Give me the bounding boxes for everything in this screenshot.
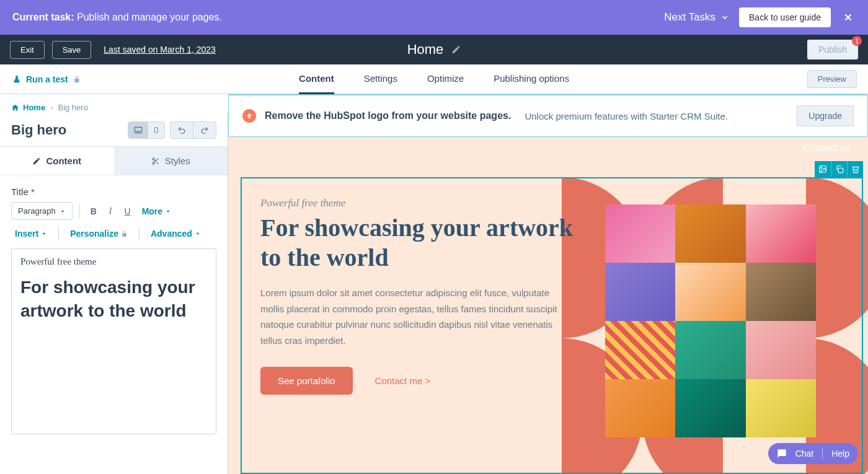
paragraph-dropdown-label: Paragraph xyxy=(18,206,56,216)
advanced-dropdown[interactable]: Advanced xyxy=(147,226,205,241)
exit-button[interactable]: Exit xyxy=(10,41,45,59)
product-cell xyxy=(605,204,675,263)
hero-heading: For showcasing your artwork to the world xyxy=(260,213,581,273)
publish-button[interactable]: Publish 1 xyxy=(807,40,858,59)
run-test-label: Run a test xyxy=(26,74,68,84)
module-tools xyxy=(815,161,863,177)
task-bar: Current task: Publish and manage your pa… xyxy=(0,0,868,35)
next-tasks-label: Next Tasks xyxy=(664,11,715,24)
chat-icon xyxy=(777,449,787,459)
editor-bar-left: Exit Save Last saved on March 1, 2023 xyxy=(10,41,216,59)
tabs-center: Content Settings Optimize Publishing opt… xyxy=(299,64,569,94)
editor-bar-center: Home xyxy=(407,42,461,58)
module-clone-icon[interactable] xyxy=(831,161,847,177)
editor-panel: Title * Paragraph B I U More Insert xyxy=(0,175,228,445)
pencil-icon xyxy=(32,157,41,165)
svg-marker-13 xyxy=(196,233,199,235)
mobile-view-button[interactable] xyxy=(148,122,164,138)
current-task-value: Publish and manage your pages. xyxy=(77,12,222,22)
insert-dropdown[interactable]: Insert xyxy=(11,226,51,241)
publish-label: Publish xyxy=(818,45,847,55)
back-to-guide-button[interactable]: Back to user guide xyxy=(739,7,831,27)
svg-rect-16 xyxy=(838,168,843,173)
desktop-view-button[interactable] xyxy=(128,122,148,138)
subtab-styles[interactable]: Styles xyxy=(114,147,228,175)
tab-optimize[interactable]: Optimize xyxy=(427,64,464,94)
lock-icon xyxy=(121,230,128,237)
rte-toolbar-row1: Paragraph B I U More xyxy=(11,202,216,220)
sidebar: Home › Big hero Big hero xyxy=(0,94,228,474)
editor-bar: Exit Save Last saved on March 1, 2023 Ho… xyxy=(0,35,868,64)
close-icon[interactable] xyxy=(841,10,856,25)
svg-point-5 xyxy=(153,157,155,160)
pencil-icon[interactable] xyxy=(451,45,461,55)
help-label: Help xyxy=(831,449,849,459)
paragraph-dropdown[interactable]: Paragraph xyxy=(11,202,73,220)
svg-point-6 xyxy=(153,162,155,164)
product-cell xyxy=(675,321,745,379)
module-delete-icon[interactable] xyxy=(847,161,863,177)
product-cell xyxy=(675,204,745,263)
subtab-content[interactable]: Content xyxy=(0,147,114,175)
chevron-down-icon xyxy=(720,13,729,22)
breadcrumb: Home › Big hero xyxy=(0,94,228,119)
toolbar-separator xyxy=(79,204,79,218)
scissors-icon xyxy=(151,157,160,165)
personalize-button[interactable]: Personalize xyxy=(66,226,131,241)
italic-button[interactable]: I xyxy=(104,204,117,219)
undo-redo-group xyxy=(170,121,216,139)
underline-button[interactable]: U xyxy=(120,204,136,219)
upgrade-button[interactable]: Upgrade xyxy=(797,105,854,126)
section-header: Big hero xyxy=(0,119,228,146)
svg-line-8 xyxy=(156,162,158,164)
main-area: Home › Big hero Big hero xyxy=(0,94,868,474)
rte-textarea[interactable]: Powerful free theme For showcasing your … xyxy=(11,248,216,434)
run-a-test-button[interactable]: Run a test xyxy=(12,74,81,84)
hero-actions: See portafolio Contact me > xyxy=(260,367,581,395)
bold-button[interactable]: B xyxy=(86,204,102,219)
lock-icon xyxy=(73,76,81,83)
last-saved-link[interactable]: Last saved on March 1, 2023 xyxy=(104,45,216,55)
product-cell xyxy=(605,379,675,437)
chat-separator xyxy=(822,448,823,459)
contact-us-link[interactable]: Contact us xyxy=(804,143,851,154)
breadcrumb-current: Big hero xyxy=(58,103,87,112)
more-dropdown[interactable]: More xyxy=(138,204,175,219)
next-tasks-dropdown[interactable]: Next Tasks xyxy=(664,11,729,24)
redo-button[interactable] xyxy=(193,122,216,138)
subtabs: Content Styles xyxy=(0,146,228,175)
svg-marker-11 xyxy=(167,210,170,212)
save-button[interactable]: Save xyxy=(52,41,92,59)
subtab-styles-label: Styles xyxy=(165,156,190,166)
svg-rect-2 xyxy=(135,127,142,131)
preview-button[interactable]: Preview xyxy=(807,70,857,88)
personalize-label: Personalize xyxy=(70,229,118,239)
undo-button[interactable] xyxy=(170,122,193,138)
page-title: Home xyxy=(407,42,444,58)
product-cell xyxy=(746,321,816,379)
cta-contact-me[interactable]: Contact me > xyxy=(375,375,431,386)
module-image-icon[interactable] xyxy=(815,161,831,177)
breadcrumb-home[interactable]: Home xyxy=(11,103,45,112)
hero-subtitle: Powerful free theme xyxy=(260,197,581,209)
chat-help-widget[interactable]: Chat Help xyxy=(768,443,858,464)
tab-publishing-options[interactable]: Publishing options xyxy=(494,64,569,94)
upgrade-title: Remove the HubSpot logo from your websit… xyxy=(265,110,511,121)
breadcrumb-separator: › xyxy=(50,103,53,112)
cta-see-portfolio[interactable]: See portafolio xyxy=(260,367,353,395)
tab-content[interactable]: Content xyxy=(299,64,334,94)
current-task-label: Current task: xyxy=(12,12,74,22)
product-cell xyxy=(746,379,816,437)
device-toggle xyxy=(128,121,165,139)
subtab-content-label: Content xyxy=(46,156,81,166)
product-cell xyxy=(746,263,816,321)
section-title: Big hero xyxy=(11,122,66,138)
upgrade-banner: Remove the HubSpot logo from your websit… xyxy=(228,94,868,137)
toolbar-separator xyxy=(58,227,59,240)
tab-settings[interactable]: Settings xyxy=(364,64,397,94)
publish-badge: 1 xyxy=(852,36,862,46)
svg-point-15 xyxy=(821,167,822,169)
rte-heading: For showcasing your artwork to the world xyxy=(20,276,207,323)
product-cell xyxy=(746,204,816,263)
rte-subtitle: Powerful free theme xyxy=(20,257,207,267)
